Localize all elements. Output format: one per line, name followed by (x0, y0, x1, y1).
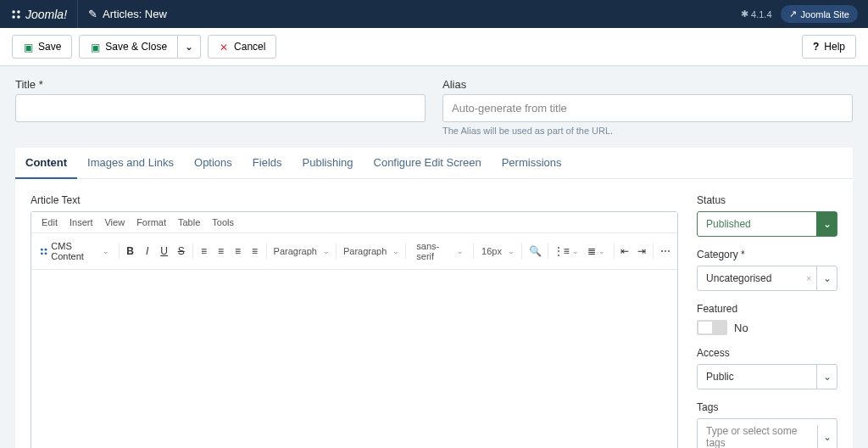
alias-hint: The Alias will be used as part of the UR… (442, 126, 853, 136)
alias-label: Alias (442, 78, 853, 91)
alias-input[interactable] (442, 94, 853, 122)
editor-menu-view[interactable]: View (99, 216, 130, 229)
brand-logo[interactable]: Joomla! (10, 8, 67, 21)
sidebar: Status Published ⌄ Category Uncategorise… (697, 194, 837, 448)
save-button[interactable]: ▣ Save (12, 35, 72, 59)
version-label: ✱ 4.1.4 (741, 8, 771, 20)
outdent-button[interactable]: ⇤ (616, 242, 633, 260)
svg-point-1 (17, 10, 20, 14)
align-justify-button[interactable]: ≡ (247, 242, 264, 260)
editor: Edit Insert View Format Table Tools CMS … (31, 211, 678, 448)
editor-menu-edit[interactable]: Edit (36, 216, 63, 229)
editor-menu-tools[interactable]: Tools (207, 216, 239, 229)
underline-button[interactable]: U (156, 242, 173, 260)
save-close-caret-button[interactable]: ⌄ (178, 35, 201, 59)
editor-menubar: Edit Insert View Format Table Tools (31, 212, 677, 233)
chevron-down-icon: ⌄ (816, 212, 837, 236)
svg-point-0 (12, 10, 15, 14)
save-close-button[interactable]: ▣ Save & Close (79, 35, 178, 59)
cancel-button[interactable]: ✕ Cancel (208, 35, 276, 59)
block-select[interactable]: Paragraph⌄ (269, 241, 333, 261)
chevron-down-icon: ⌄ (100, 247, 112, 255)
access-select[interactable]: Public ⌄ (697, 364, 837, 389)
svg-point-2 (12, 15, 15, 19)
status-select[interactable]: Published ⌄ (697, 211, 837, 237)
editor-menu-insert[interactable]: Insert (64, 216, 98, 229)
save-icon: ▣ (23, 42, 33, 52)
size-select[interactable]: 16px⌄ (476, 241, 519, 261)
close-icon: ✕ (219, 42, 229, 52)
svg-point-7 (45, 252, 47, 255)
tab-options[interactable]: Options (184, 148, 242, 178)
align-center-button[interactable]: ≡ (213, 242, 230, 260)
editor-textarea[interactable] (31, 270, 677, 448)
editor-toolbar: CMS Content ⌄ B I U S ≡ ≡ ≡ ≡ Paragraph⌄… (31, 233, 677, 270)
tab-publishing[interactable]: Publishing (292, 148, 364, 178)
site-button[interactable]: ↗ Joomla Site (781, 5, 858, 23)
chevron-down-icon: ⌄ (816, 266, 837, 290)
tab-fields[interactable]: Fields (242, 148, 292, 178)
search-icon: 🔍 (529, 245, 542, 257)
featured-label: Featured (697, 303, 837, 315)
search-button[interactable]: 🔍 (525, 242, 544, 260)
font-select[interactable]: sans-serif⌄ (409, 236, 470, 266)
title-label: Title (15, 78, 426, 91)
category-label: Category (697, 249, 837, 260)
topbar: Joomla! ✎ Articles: New ✱ 4.1.4 ↗ Joomla… (0, 0, 868, 28)
joomla-icon: ✱ (741, 8, 748, 20)
svg-point-3 (17, 15, 20, 19)
access-label: Access (697, 347, 837, 359)
pencil-icon: ✎ (88, 8, 97, 20)
align-right-button[interactable]: ≡ (230, 242, 247, 260)
style-select[interactable]: Paragraph⌄ (339, 241, 403, 261)
tags-label: Tags (697, 401, 837, 413)
external-link-icon: ↗ (789, 8, 797, 20)
tab-images-links[interactable]: Images and Links (77, 148, 184, 178)
cms-content-button[interactable]: CMS Content ⌄ (35, 238, 116, 265)
chevron-down-icon: ⌄ (185, 41, 193, 53)
tabs: Content Images and Links Options Fields … (15, 148, 853, 179)
tab-configure-edit[interactable]: Configure Edit Screen (364, 148, 492, 178)
strike-button[interactable]: S (173, 242, 190, 260)
help-icon: ? (813, 41, 819, 53)
form-header: Title Alias The Alias will be used as pa… (0, 66, 868, 148)
clear-icon[interactable]: × (806, 274, 811, 283)
status-label: Status (697, 194, 837, 206)
align-left-button[interactable]: ≡ (196, 242, 213, 260)
tab-content[interactable]: Content (15, 148, 77, 179)
more-button[interactable]: ⋯ (656, 242, 674, 260)
title-input[interactable] (15, 94, 426, 122)
toolbar: ▣ Save ▣ Save & Close ⌄ ✕ Cancel ? Help (0, 28, 868, 66)
featured-value: No (734, 322, 748, 334)
bullet-list-button[interactable]: ⋮≡⌄ (551, 242, 584, 260)
chevron-down-icon: ⌄ (817, 425, 837, 448)
tags-select[interactable]: Type or select some tags ⌄ (697, 418, 837, 448)
svg-point-4 (41, 248, 43, 250)
help-button[interactable]: ? Help (802, 35, 856, 59)
number-list-button[interactable]: ≣⌄ (584, 242, 610, 260)
tab-permissions[interactable]: Permissions (492, 148, 572, 178)
svg-point-6 (41, 252, 43, 255)
category-select[interactable]: Uncategorised ×⌄ (697, 266, 837, 291)
indent-button[interactable]: ⇥ (633, 242, 650, 260)
content-pane: Article Text Edit Insert View Format Tab… (15, 179, 853, 448)
editor-menu-table[interactable]: Table (173, 216, 205, 229)
editor-menu-format[interactable]: Format (131, 216, 171, 229)
bold-button[interactable]: B (122, 242, 139, 260)
featured-toggle[interactable] (697, 320, 727, 335)
article-text-label: Article Text (31, 194, 678, 206)
save-icon: ▣ (90, 42, 100, 52)
italic-button[interactable]: I (139, 242, 156, 260)
chevron-down-icon: ⌄ (816, 365, 837, 389)
svg-point-5 (45, 248, 47, 250)
page-title: ✎ Articles: New (88, 8, 167, 20)
